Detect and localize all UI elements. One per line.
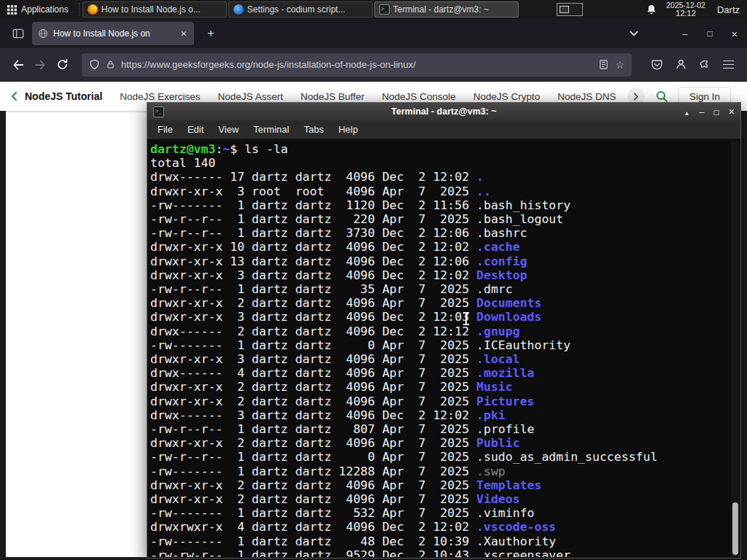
url-bar[interactable]: https://www.geeksforgeeks.org/node-js/in… bbox=[82, 53, 632, 77]
terminal-titlebar[interactable]: Terminal - dartz@vm3: ~ bbox=[147, 103, 740, 120]
terminal-line: -rw-r--r-- 1 dartz dartz 35 Apr 7 2025 .… bbox=[150, 282, 740, 296]
taskbar: How to Install Node.js o...Settings - co… bbox=[82, 0, 519, 19]
gfg-nav-items: NodeJS TutorialNodeJS ExercisesNodeJS As… bbox=[25, 90, 620, 102]
terminal-line: drwxr-xr-x 10 dartz dartz 4096 Dec 2 12:… bbox=[150, 240, 740, 254]
terminal-line: -rw-rw-r-- 1 dartz dartz 9529 Dec 2 10:4… bbox=[150, 548, 740, 557]
terminal-line: drwxr-xr-x 2 dartz dartz 4096 Apr 7 2025… bbox=[150, 436, 740, 450]
clock[interactable]: 2025-12-02 12:12 bbox=[666, 1, 705, 18]
list-all-tabs-chevron-icon[interactable] bbox=[627, 27, 640, 40]
desktop: Applications How to Install Node.js o...… bbox=[0, 0, 747, 560]
taskbar-button-label: How to Install Node.js o... bbox=[101, 4, 201, 15]
browser-toolbar: https://www.geeksforgeeks.org/node-js/in… bbox=[0, 48, 747, 82]
terminal-menu-tabs[interactable]: Tabs bbox=[296, 122, 330, 137]
terminal-line: -rw------- 1 dartz dartz 12288 Apr 7 202… bbox=[150, 464, 740, 478]
gfg-nav-item[interactable]: NodeJS DNS bbox=[557, 91, 616, 102]
window-minimize-button[interactable] bbox=[673, 19, 697, 48]
taskbar-button[interactable]: Terminal - dartz@vm3: ~ bbox=[374, 1, 519, 18]
back-button[interactable] bbox=[7, 54, 29, 76]
nav-back-chevron-icon[interactable] bbox=[9, 90, 20, 102]
reader-view-icon[interactable] bbox=[598, 59, 609, 70]
terminal-line: -rw------- 1 dartz dartz 1120 Dec 2 11:5… bbox=[150, 198, 740, 212]
terminal-line: drwx------ 4 dartz dartz 4096 Apr 7 2025… bbox=[150, 366, 740, 380]
lock-icon[interactable] bbox=[106, 60, 115, 69]
settings-icon bbox=[233, 4, 244, 15]
forward-button[interactable] bbox=[29, 54, 51, 76]
terminal-line: drwxr-xr-x 2 dartz dartz 4096 Apr 7 2025… bbox=[150, 380, 740, 394]
terminal-line: -rw------- 1 dartz dartz 0 Apr 7 2025 .I… bbox=[150, 338, 740, 352]
menu-icon[interactable] bbox=[723, 61, 734, 69]
terminal-scrollbar[interactable] bbox=[731, 141, 740, 557]
globe-favicon-icon bbox=[38, 28, 48, 39]
tracking-shield-icon[interactable] bbox=[89, 59, 100, 70]
user-menu[interactable]: Dartz bbox=[714, 4, 743, 15]
terminal-close-button[interactable] bbox=[729, 105, 735, 118]
terminal-line: -rw-r--r-- 1 dartz dartz 0 Apr 7 2025 .s… bbox=[150, 450, 740, 464]
terminal-menu-terminal[interactable]: Terminal bbox=[246, 122, 296, 137]
browser-tab-bar: How to Install Node.js on bbox=[0, 19, 747, 48]
terminal-line: dartz@vm3:~$ ls -la bbox=[150, 142, 740, 156]
terminal-line: drwx------ 2 dartz dartz 4096 Dec 2 12:1… bbox=[150, 324, 740, 338]
terminal-title: Terminal - dartz@vm3: ~ bbox=[147, 106, 740, 117]
tab-title: How to Install Node.js on bbox=[53, 28, 174, 39]
browser-tab[interactable]: How to Install Node.js on bbox=[32, 22, 194, 45]
terminal-menu-help[interactable]: Help bbox=[331, 122, 365, 137]
terminal-output[interactable]: dartz@vm3:~$ ls -latotal 140drwx------ 1… bbox=[148, 140, 740, 557]
terminal-menubar: FileEditViewTerminalTabsHelp bbox=[147, 120, 740, 139]
firefox-view-button[interactable] bbox=[12, 27, 25, 40]
terminal-menu-view[interactable]: View bbox=[211, 122, 246, 137]
terminal-line: -rw------- 1 dartz dartz 532 Apr 7 2025 … bbox=[150, 506, 740, 520]
taskbar-button[interactable]: How to Install Node.js o... bbox=[82, 1, 227, 18]
bookmark-star-icon[interactable] bbox=[615, 59, 624, 71]
workspace-window-thumbnail bbox=[560, 6, 569, 13]
gfg-nav-item[interactable]: NodeJS Assert bbox=[218, 91, 283, 102]
terminal-line: drwx------ 17 dartz dartz 4096 Dec 2 12:… bbox=[150, 170, 740, 184]
terminal-window-controls bbox=[684, 105, 735, 118]
gfg-nav-item[interactable]: NodeJS Exercises bbox=[120, 91, 200, 102]
terminal-line: drwxr-xr-x 3 root root 4096 Apr 7 2025 .… bbox=[150, 184, 740, 198]
terminal-icon bbox=[153, 106, 164, 117]
applications-label: Applications bbox=[21, 4, 69, 15]
terminal-line: total 140 bbox=[150, 156, 740, 170]
terminal-line: drwx------ 3 dartz dartz 4096 Dec 2 12:0… bbox=[150, 408, 740, 422]
applications-grid-icon bbox=[7, 5, 17, 15]
reload-button[interactable] bbox=[51, 54, 73, 76]
terminal-icon bbox=[379, 4, 390, 15]
tab-close-icon[interactable] bbox=[179, 28, 188, 39]
account-icon[interactable] bbox=[675, 58, 687, 71]
terminal-menu-file[interactable]: File bbox=[150, 122, 180, 137]
terminal-line: -rw------- 1 dartz dartz 48 Dec 2 10:39 … bbox=[150, 534, 740, 548]
notification-bell-icon[interactable] bbox=[646, 4, 657, 15]
gfg-nav-item[interactable]: NodeJS Tutorial bbox=[25, 90, 102, 102]
terminal-scrollbar-thumb[interactable] bbox=[732, 502, 738, 555]
new-tab-button[interactable] bbox=[201, 26, 220, 41]
pocket-icon[interactable] bbox=[651, 58, 663, 71]
terminal-line: drwxr-xr-x 3 dartz dartz 4096 Dec 2 12:0… bbox=[150, 310, 740, 324]
terminal-menu-edit[interactable]: Edit bbox=[180, 122, 211, 137]
search-icon[interactable] bbox=[655, 90, 668, 103]
gfg-nav-item[interactable]: NodeJS Console bbox=[382, 91, 455, 102]
gfg-nav-item[interactable]: NodeJS Buffer bbox=[301, 91, 365, 102]
gfg-nav-item[interactable]: NodeJS Crypto bbox=[473, 91, 541, 102]
terminal-line: drwxr-xr-x 2 dartz dartz 4096 Apr 7 2025… bbox=[150, 478, 740, 492]
terminal-shade-button[interactable] bbox=[684, 105, 689, 118]
terminal-line: -rw-r--r-- 1 dartz dartz 220 Apr 7 2025 … bbox=[150, 212, 740, 226]
applications-menu[interactable]: Applications bbox=[0, 0, 76, 19]
terminal-line: drwxr-xr-x 2 dartz dartz 4096 Apr 7 2025… bbox=[150, 394, 740, 408]
terminal-line: drwxr-xr-x 3 dartz dartz 4096 Apr 7 2025… bbox=[150, 352, 740, 366]
terminal-maximize-button[interactable] bbox=[714, 105, 719, 118]
panel-status-area: 2025-12-02 12:12 Dartz bbox=[646, 1, 747, 18]
firefox-icon bbox=[88, 4, 98, 15]
terminal-line: drwxr-xr-x 2 dartz dartz 4096 Apr 7 2025… bbox=[150, 296, 740, 310]
extensions-icon[interactable] bbox=[699, 58, 711, 71]
clock-time: 12:12 bbox=[676, 9, 696, 18]
workspace-switcher[interactable] bbox=[557, 3, 583, 16]
taskbar-button[interactable]: Settings - codium script... bbox=[228, 1, 373, 18]
terminal-minimize-button[interactable] bbox=[699, 105, 704, 118]
terminal-line: drwxrwxr-x 4 dartz dartz 4096 Dec 2 12:0… bbox=[150, 520, 740, 534]
terminal-line: -rw-r--r-- 1 dartz dartz 3730 Dec 2 12:0… bbox=[150, 226, 740, 240]
window-close-button[interactable] bbox=[722, 19, 747, 48]
terminal-line: -rw-r--r-- 1 dartz dartz 807 Apr 7 2025 … bbox=[150, 422, 740, 436]
url-text[interactable]: https://www.geeksforgeeks.org/node-js/in… bbox=[121, 59, 592, 70]
taskbar-button-label: Settings - codium script... bbox=[247, 4, 346, 15]
window-maximize-button[interactable] bbox=[697, 19, 722, 48]
